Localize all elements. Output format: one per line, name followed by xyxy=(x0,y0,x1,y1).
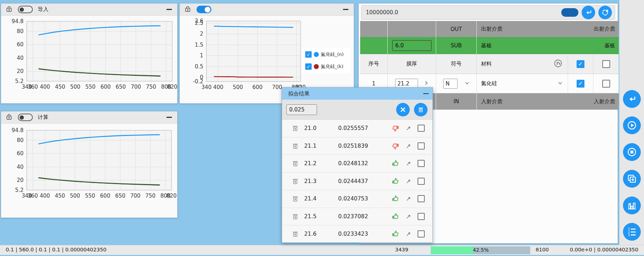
svg-text:1.5: 1.5 xyxy=(195,42,203,48)
open-result-icon[interactable]: ↗ xyxy=(405,160,412,167)
layer-lock-checkbox[interactable] xyxy=(602,80,610,88)
select-all-checkbox[interactable]: ✓ xyxy=(577,60,584,68)
svg-text:360: 360 xyxy=(28,84,38,90)
progress-bar: 42.5% xyxy=(431,246,530,254)
minimize-icon[interactable] xyxy=(165,114,173,121)
svg-text:2: 2 xyxy=(200,31,203,37)
thumbs-up-icon[interactable] xyxy=(391,159,400,168)
clear-results-button[interactable] xyxy=(396,103,410,116)
fit-dialog-titlebar[interactable]: 拟合结果 xyxy=(282,88,433,100)
table-row-out: OUT 出射介质 出射介质 xyxy=(360,21,619,37)
layer-fit-checkbox[interactable]: ✓ xyxy=(577,80,584,88)
delete-results-button[interactable] xyxy=(414,103,428,116)
result-checkbox[interactable] xyxy=(418,142,425,150)
fit-result-row: 21.40.0240753↗ xyxy=(282,190,433,208)
action-toolbar: 123 xyxy=(619,0,644,245)
fit-dialog-title: 拟合结果 xyxy=(288,90,310,97)
panel-calculate-header: 计算 xyxy=(1,111,177,124)
lock-icon[interactable] xyxy=(5,5,13,14)
fit-thickness-value: 21.5 xyxy=(299,213,328,220)
table-row-substrate: SUB 基板 基板 xyxy=(360,37,619,54)
open-result-icon[interactable]: ↗ xyxy=(405,142,412,150)
result-checkbox[interactable] xyxy=(418,230,425,237)
result-checkbox[interactable] xyxy=(418,195,425,202)
legend-checkbox-n[interactable]: ✓ xyxy=(305,51,312,58)
delete-result-icon[interactable] xyxy=(291,142,299,150)
refresh-button[interactable] xyxy=(598,6,612,19)
calculate-toggle[interactable] xyxy=(18,114,33,121)
list-view-button[interactable]: 123 xyxy=(623,223,641,241)
svg-text:600: 600 xyxy=(100,193,111,199)
delete-result-icon[interactable] xyxy=(291,124,299,132)
lock-icon[interactable] xyxy=(5,113,13,122)
material-library-icon[interactable] xyxy=(553,59,563,69)
stop-button[interactable] xyxy=(623,143,641,161)
lock-all-checkbox[interactable] xyxy=(602,60,610,68)
thumbs-down-icon[interactable] xyxy=(391,142,400,150)
delete-result-icon[interactable] xyxy=(291,195,299,203)
delete-result-icon[interactable] xyxy=(291,177,299,185)
add-chart-button[interactable] xyxy=(623,170,641,188)
thumbs-up-icon[interactable] xyxy=(391,177,400,186)
chevron-right-icon[interactable] xyxy=(424,80,429,87)
fit-thickness-value: 21.0 xyxy=(299,125,328,131)
svg-text:700: 700 xyxy=(131,84,141,90)
spectral-range-value[interactable]: 10000000.0 xyxy=(366,9,398,16)
svg-text:20: 20 xyxy=(17,68,24,74)
svg-text:2.6: 2.6 xyxy=(195,18,203,24)
import-toggle[interactable] xyxy=(18,6,33,13)
legend-label-k: 氮化硅_(k) xyxy=(321,63,343,70)
open-result-icon[interactable]: ↗ xyxy=(405,230,412,237)
lock-icon[interactable] xyxy=(184,5,191,14)
minimize-icon[interactable] xyxy=(422,90,430,98)
svg-text:500: 500 xyxy=(70,84,81,90)
apply-result-button[interactable] xyxy=(623,90,641,108)
open-result-icon[interactable]: ↗ xyxy=(405,125,412,132)
stack-toggle[interactable] xyxy=(561,8,578,17)
legend-checkbox-k[interactable]: ✓ xyxy=(305,63,312,70)
open-result-icon[interactable]: ↗ xyxy=(405,178,412,185)
svg-text:0.5: 0.5 xyxy=(195,63,203,70)
thumbs-up-icon[interactable] xyxy=(391,212,400,221)
delete-result-icon[interactable] xyxy=(291,160,299,167)
svg-text:820: 820 xyxy=(167,84,177,90)
fit-thickness-value: 21.6 xyxy=(299,231,328,237)
panel-import-title: 导入 xyxy=(38,6,48,13)
delete-result-icon[interactable] xyxy=(291,230,299,238)
open-result-icon[interactable]: ↗ xyxy=(405,195,412,202)
add-chart-icon xyxy=(627,174,637,184)
thumbs-up-icon[interactable] xyxy=(391,194,400,203)
run-button[interactable] xyxy=(623,116,641,134)
legend-label-n: 氮化硅_(n) xyxy=(321,51,344,58)
thumbs-down-icon[interactable] xyxy=(391,124,400,132)
fit-result-row: 21.00.0255557↗ xyxy=(282,120,433,137)
result-checkbox[interactable] xyxy=(418,178,425,185)
chevron-down-icon[interactable] xyxy=(465,80,470,87)
delete-result-icon[interactable] xyxy=(291,213,299,220)
svg-text:550: 550 xyxy=(85,193,95,199)
result-checkbox[interactable] xyxy=(418,213,425,220)
svg-text:400: 400 xyxy=(40,84,50,90)
substrate-thickness-input[interactable] xyxy=(392,40,431,51)
progress-label: 42.5% xyxy=(473,247,489,253)
layer-symbol-input[interactable] xyxy=(443,79,458,89)
svg-text:700: 700 xyxy=(272,84,282,90)
result-checkbox[interactable] xyxy=(418,125,425,132)
col-material: 材料 xyxy=(481,61,492,67)
progress-fill xyxy=(431,246,473,254)
apply-button[interactable] xyxy=(582,6,595,19)
result-checkbox[interactable] xyxy=(418,160,425,167)
panel-calculate: 计算 5.22040608094.83403604004505005506006… xyxy=(1,111,178,218)
svg-text:340: 340 xyxy=(201,84,212,90)
chart-view-button[interactable] xyxy=(623,197,641,214)
thumbs-up-icon[interactable] xyxy=(391,230,400,238)
svg-text:500: 500 xyxy=(233,84,243,90)
chevron-down-icon[interactable] xyxy=(558,80,563,87)
open-result-icon[interactable]: ↗ xyxy=(405,213,412,220)
material-toggle[interactable] xyxy=(196,6,211,13)
minimize-icon[interactable] xyxy=(342,6,349,14)
return-icon xyxy=(627,94,637,104)
fit-result-row: 21.20.0248132↗ xyxy=(282,155,433,173)
mse-threshold-input[interactable] xyxy=(286,104,317,115)
minimize-icon[interactable] xyxy=(165,6,173,14)
